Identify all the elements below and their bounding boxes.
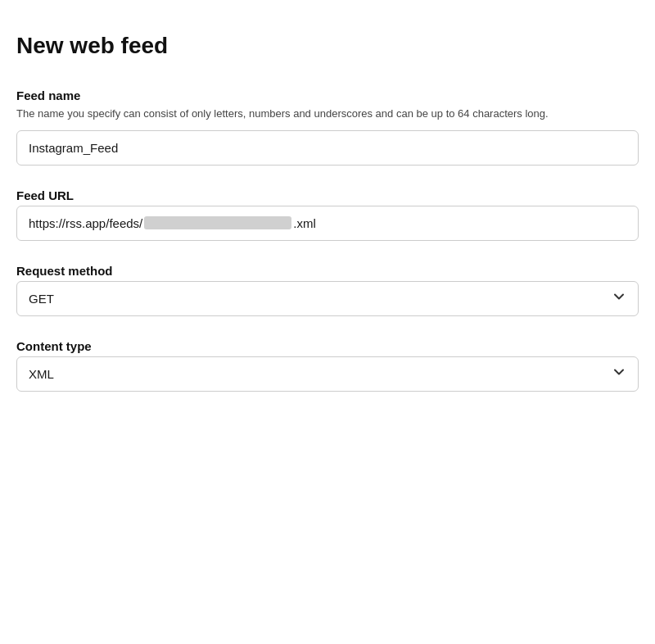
request-method-wrapper: GET POST PUT DELETE (16, 281, 639, 316)
feed-url-blurred (144, 216, 291, 229)
content-type-section: Content type XML JSON HTML Text (16, 339, 639, 392)
request-method-select[interactable]: GET POST PUT DELETE (16, 281, 639, 316)
content-type-wrapper: XML JSON HTML Text (16, 356, 639, 392)
feed-name-section: Feed name The name you specify can consi… (16, 88, 639, 166)
feed-url-label: Feed URL (16, 188, 639, 202)
feed-url-wrapper: https://rss.app/feeds/.xml (16, 206, 639, 241)
content-type-label: Content type (16, 339, 639, 353)
feed-name-input[interactable] (16, 130, 639, 166)
page-title: New web feed (16, 33, 639, 59)
feed-name-description: The name you specify can consist of only… (16, 106, 639, 122)
content-type-select[interactable]: XML JSON HTML Text (16, 356, 639, 392)
feed-url-section: Feed URL https://rss.app/feeds/.xml (16, 188, 639, 241)
feed-url-prefix: https://rss.app/feeds/ (29, 216, 142, 230)
feed-name-label: Feed name (16, 88, 639, 102)
request-method-label: Request method (16, 264, 639, 278)
feed-url-suffix: .xml (293, 216, 316, 230)
feed-url-display[interactable]: https://rss.app/feeds/.xml (16, 206, 639, 241)
request-method-section: Request method GET POST PUT DELETE (16, 264, 639, 316)
